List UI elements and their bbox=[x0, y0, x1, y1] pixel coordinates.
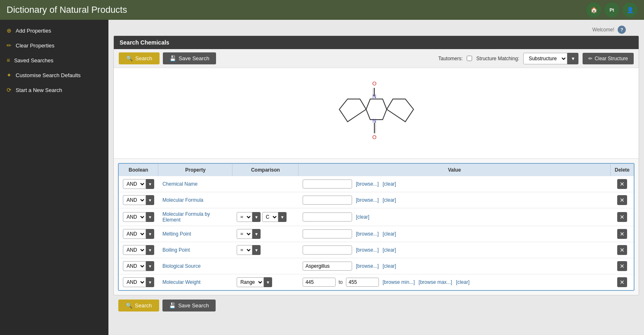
delete-button[interactable]: ✕ bbox=[617, 195, 627, 205]
save-icon-bottom: 💾 bbox=[169, 302, 176, 309]
browse-max-link[interactable]: [browse max...] bbox=[418, 279, 452, 285]
value-min-input[interactable] bbox=[303, 278, 336, 287]
boolean-dropdown-btn[interactable]: ▼ bbox=[146, 195, 154, 205]
comp-dropdown-btn[interactable]: ▼ bbox=[264, 277, 272, 287]
table-row: AND ▼ Melting Point = ▼ bbox=[119, 226, 634, 242]
boolean-dropdown-btn[interactable]: ▼ bbox=[146, 277, 154, 287]
sidebar-item-add-properties[interactable]: ⊕ Add Properties bbox=[0, 23, 108, 38]
comp-dropdown-btn[interactable]: ▼ bbox=[252, 245, 261, 255]
value-input[interactable] bbox=[303, 179, 352, 189]
clear-structure-button[interactable]: ✏ Clear Structure bbox=[583, 53, 634, 64]
structure-matching-dropdown-btn[interactable]: ▼ bbox=[567, 53, 578, 64]
boolean-select[interactable]: AND bbox=[123, 179, 146, 189]
comp-dropdown-btn[interactable]: ▼ bbox=[252, 212, 261, 222]
value-cell: [clear] bbox=[298, 208, 611, 226]
value-input[interactable] bbox=[303, 262, 352, 271]
browse-link[interactable]: [browse...] bbox=[356, 197, 378, 203]
value-input[interactable] bbox=[303, 245, 352, 255]
comparison-select2[interactable]: C bbox=[262, 212, 278, 222]
value-input[interactable] bbox=[303, 212, 352, 222]
delete-button[interactable]: ✕ bbox=[617, 261, 627, 271]
clear-link[interactable]: [clear] bbox=[383, 231, 396, 237]
boolean-dropdown-btn[interactable]: ▼ bbox=[146, 212, 154, 222]
browse-link[interactable]: [browse...] bbox=[356, 263, 378, 269]
home-button[interactable]: 🏠 bbox=[586, 2, 601, 17]
sidebar-item-customise-defaults[interactable]: ✦ Customise Search Defaults bbox=[0, 68, 108, 83]
boolean-select[interactable]: AND bbox=[123, 277, 146, 287]
boolean-select[interactable]: AND bbox=[123, 261, 146, 271]
and-select-group: AND ▼ bbox=[123, 261, 154, 271]
comp2-dropdown-btn[interactable]: ▼ bbox=[278, 212, 287, 222]
comparison-select[interactable]: Range bbox=[237, 277, 264, 287]
browse-link[interactable]: [browse...] bbox=[356, 231, 378, 237]
search-icon: 🔍 bbox=[126, 55, 133, 61]
clear-link[interactable]: [clear] bbox=[456, 279, 470, 285]
comparison-cell bbox=[233, 176, 298, 192]
clear-link[interactable]: [clear] bbox=[383, 263, 396, 269]
table-body: AND ▼ Chemical Name [browse...] [clear] bbox=[119, 176, 634, 290]
svg-marker-1 bbox=[387, 99, 414, 122]
comparison-select[interactable]: = bbox=[237, 245, 252, 255]
user-button[interactable]: 👤 bbox=[623, 2, 637, 17]
comp-select-group: = ▼ bbox=[237, 229, 294, 239]
boolean-dropdown-btn[interactable]: ▼ bbox=[146, 179, 154, 189]
boolean-dropdown-btn[interactable]: ▼ bbox=[146, 229, 154, 239]
save-search-button-bottom[interactable]: 💾 Save Search bbox=[162, 300, 215, 311]
app-title: Dictionary of Natural Products bbox=[7, 5, 127, 15]
table-row: AND ▼ Biological Source [browse...] [cle… bbox=[119, 258, 634, 274]
structure-matching-select[interactable]: Substructure Exact Similarity bbox=[523, 53, 567, 64]
search-icon-bottom: 🔍 bbox=[126, 302, 132, 309]
value-input[interactable] bbox=[303, 196, 352, 205]
clear-link[interactable]: [clear] bbox=[383, 247, 396, 253]
help-icon[interactable]: ? bbox=[618, 26, 626, 34]
and-select-group: AND ▼ bbox=[123, 229, 154, 239]
pencil2-icon: ✏ bbox=[588, 56, 592, 61]
svg-marker-2 bbox=[366, 99, 387, 120]
refresh-icon: ⟳ bbox=[7, 87, 12, 93]
sidebar-item-clear-properties[interactable]: ✏ Clear Properties bbox=[0, 38, 108, 53]
delete-button[interactable]: ✕ bbox=[617, 179, 627, 189]
to-label: to bbox=[338, 279, 343, 285]
value-max-input[interactable] bbox=[346, 278, 379, 287]
boolean-select[interactable]: AND bbox=[123, 245, 146, 255]
clear-link[interactable]: [clear] bbox=[383, 197, 396, 203]
save-search-button[interactable]: 💾 Save Search bbox=[163, 52, 216, 64]
sidebar-label-new-search: Start a New Search bbox=[16, 87, 62, 93]
table-row: AND ▼ Molecular Weight Range ▼ bbox=[119, 274, 634, 290]
panel-title: Search Chemicals bbox=[120, 39, 169, 46]
browse-link[interactable]: [browse...] bbox=[356, 181, 378, 187]
sidebar-item-new-search[interactable]: ⟳ Start a New Search bbox=[0, 83, 108, 97]
save-search-label: Save Search bbox=[179, 55, 209, 61]
value-input[interactable] bbox=[303, 229, 352, 238]
col-value: Value bbox=[298, 164, 611, 176]
comparison-select[interactable]: = bbox=[237, 229, 252, 239]
tautomers-checkbox[interactable] bbox=[467, 56, 472, 61]
browse-min-link[interactable]: [browse min...] bbox=[383, 279, 415, 285]
delete-button[interactable]: ✕ bbox=[617, 245, 627, 255]
star-icon: ✦ bbox=[7, 72, 12, 78]
delete-button[interactable]: ✕ bbox=[617, 277, 627, 287]
welcome-text: Welcome! bbox=[592, 27, 614, 33]
sidebar-item-saved-searches[interactable]: ≡ Saved Searches bbox=[0, 53, 108, 68]
comparison-select[interactable]: = bbox=[237, 212, 252, 222]
boolean-dropdown-btn[interactable]: ▼ bbox=[146, 245, 154, 255]
search-button-bottom[interactable]: 🔍 Search bbox=[118, 300, 159, 311]
main-layout: ⊕ Add Properties ✏ Clear Properties ≡ Sa… bbox=[0, 20, 644, 335]
sidebar-label-clear-properties: Clear Properties bbox=[16, 42, 54, 49]
boolean-dropdown-btn[interactable]: ▼ bbox=[146, 261, 154, 271]
boolean-select[interactable]: AND bbox=[123, 195, 146, 205]
comparison-cell: = ▼ bbox=[233, 242, 298, 258]
tautomers-label: Tautomers: bbox=[438, 56, 463, 61]
search-button[interactable]: 🔍 Search bbox=[119, 52, 160, 64]
comp-dropdown-btn[interactable]: ▼ bbox=[252, 229, 261, 239]
boolean-select[interactable]: AND bbox=[123, 212, 146, 222]
boolean-select[interactable]: AND bbox=[123, 229, 146, 239]
delete-button[interactable]: ✕ bbox=[617, 229, 627, 239]
pt-button[interactable]: Pt bbox=[604, 2, 619, 17]
clear-link[interactable]: [clear] bbox=[356, 214, 369, 220]
sidebar: ⊕ Add Properties ✏ Clear Properties ≡ Sa… bbox=[0, 20, 108, 335]
property-cell: Molecular Formula by Element bbox=[158, 208, 233, 226]
clear-link[interactable]: [clear] bbox=[383, 181, 396, 187]
browse-link[interactable]: [browse...] bbox=[356, 247, 378, 253]
delete-button[interactable]: ✕ bbox=[617, 212, 627, 222]
